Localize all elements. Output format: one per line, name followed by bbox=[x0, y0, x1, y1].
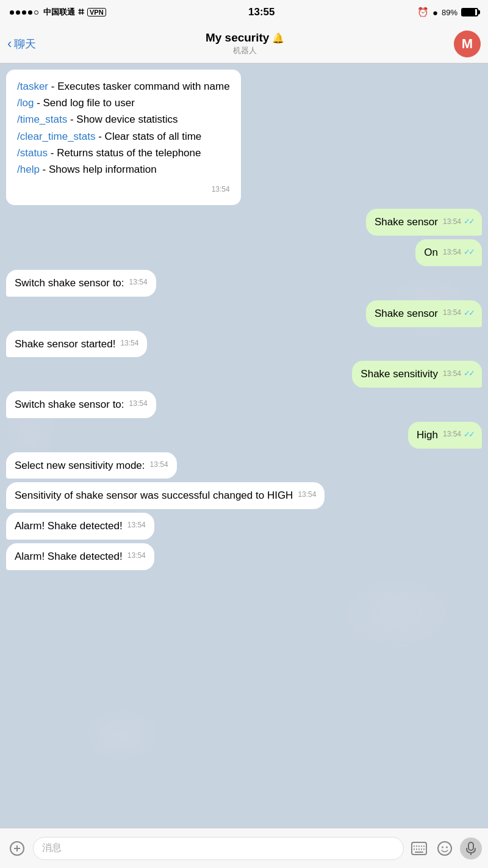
bubble-time: 13:54 bbox=[129, 400, 148, 407]
double-check-icon: ✓✓ bbox=[464, 430, 473, 438]
bubble-meta: 13:54 bbox=[298, 491, 316, 498]
bubble-incoming: Switch shake sensor to: 13:54 bbox=[6, 391, 156, 418]
bubble-meta: 13:54 bbox=[120, 339, 138, 347]
bubble-meta: 13:54 ✓✓ bbox=[443, 430, 473, 438]
bubble-outgoing: Shake sensor 13:54 ✓✓ bbox=[366, 300, 482, 327]
battery-percent: 89% bbox=[442, 8, 458, 17]
attach-button[interactable] bbox=[6, 837, 28, 859]
message-row: Alarm! Shake detected! 13:54 bbox=[6, 543, 482, 570]
signal-dots bbox=[10, 10, 38, 15]
battery-icon bbox=[461, 8, 478, 16]
bottom-bar: 消息 bbox=[0, 828, 488, 868]
status-bar: 中国联通 ⌗ VPN 13:55 ⏰ ● 89% bbox=[0, 0, 488, 24]
message-row: Sensitivity of shake sensor was successf… bbox=[6, 482, 482, 509]
double-check-icon: ✓✓ bbox=[464, 309, 473, 317]
input-placeholder: 消息 bbox=[42, 842, 62, 855]
bubble-time: 13:54 bbox=[443, 218, 461, 225]
avatar[interactable]: M bbox=[454, 31, 481, 57]
bubble-meta: 13:54 ✓✓ bbox=[443, 248, 473, 256]
location-icon: ● bbox=[432, 7, 438, 18]
bubble-commands: /tasker - Executes tasker command with n… bbox=[6, 70, 241, 205]
bubble-incoming: Shake sensor started! 13:54 bbox=[6, 331, 147, 358]
chat-title: My security 🔔 bbox=[206, 31, 285, 45]
cmd-log: /log - Send log file to user bbox=[17, 95, 230, 111]
bubble-meta: 13:54 ✓✓ bbox=[443, 369, 473, 377]
bubble-incoming: Select new sensitivity mode: 13:54 bbox=[6, 452, 177, 479]
svg-point-16 bbox=[442, 846, 443, 848]
message-row: Shake sensor 13:54 ✓✓ bbox=[6, 300, 482, 327]
nav-center: My security 🔔 机器人 bbox=[206, 31, 285, 56]
bubble-time: 13:54 bbox=[298, 491, 316, 498]
status-time: 13:55 bbox=[248, 6, 274, 18]
svg-point-15 bbox=[438, 842, 451, 855]
message-row: /tasker - Executes tasker command with n… bbox=[6, 70, 482, 205]
bubble-incoming: Alarm! Shake detected! 13:54 bbox=[6, 543, 154, 570]
message-row: On 13:54 ✓✓ bbox=[6, 239, 482, 266]
mic-button[interactable] bbox=[460, 837, 482, 859]
bubble-incoming: Switch shake sensor to: 13:54 bbox=[6, 270, 156, 297]
status-left: 中国联通 ⌗ VPN bbox=[10, 6, 106, 18]
message-row: Shake sensor started! 13:54 bbox=[6, 331, 482, 358]
bubble-outgoing: Shake sensor 13:54 ✓✓ bbox=[366, 209, 482, 236]
bubble-time: 13:54 bbox=[120, 339, 138, 347]
chat-area: /tasker - Executes tasker command with n… bbox=[0, 63, 488, 828]
message-row: Alarm! Shake detected! 13:54 bbox=[6, 513, 482, 540]
bubble-outgoing: Shake sensitivity 13:54 ✓✓ bbox=[352, 361, 482, 388]
wifi-icon: ⌗ bbox=[78, 6, 84, 18]
bubble-time: 13:54 bbox=[127, 552, 146, 559]
double-check-icon: ✓✓ bbox=[464, 248, 473, 256]
bubble-meta: 13:54 bbox=[129, 278, 148, 286]
back-button[interactable]: ‹ 聊天 bbox=[7, 36, 36, 52]
message-input[interactable]: 消息 bbox=[33, 837, 404, 860]
messages-container: /tasker - Executes tasker command with n… bbox=[6, 70, 482, 570]
cmd-clear-time-stats: /clear_time_stats - Clear stats of all t… bbox=[17, 128, 230, 145]
svg-rect-18 bbox=[468, 842, 473, 850]
bubble-time: 13:54 bbox=[443, 248, 461, 256]
svg-point-17 bbox=[446, 846, 448, 848]
bubble-meta: 13:54 ✓✓ bbox=[443, 217, 473, 225]
bottom-icons bbox=[409, 837, 482, 859]
message-row: High 13:54 ✓✓ bbox=[6, 422, 482, 449]
bubble-time: 13:54 bbox=[129, 278, 148, 286]
message-row: Switch shake sensor to: 13:54 bbox=[6, 391, 482, 418]
mute-icon: 🔔 bbox=[272, 32, 284, 44]
cmd-time-stats: /time_stats - Show device statistics bbox=[17, 111, 230, 128]
message-row: Switch shake sensor to: 13:54 bbox=[6, 270, 482, 297]
bubble-incoming: Alarm! Shake detected! 13:54 bbox=[6, 513, 154, 540]
carrier-label: 中国联通 bbox=[43, 7, 75, 18]
back-chevron-icon: ‹ bbox=[7, 36, 12, 52]
bubble-incoming: Sensitivity of shake sensor was successf… bbox=[6, 482, 325, 509]
status-right: ⏰ ● 89% bbox=[417, 7, 478, 18]
bubble-time: 13:54 bbox=[443, 309, 461, 316]
cmd-status: /status - Returns status of the telephon… bbox=[17, 145, 230, 161]
chat-subtitle: 机器人 bbox=[233, 45, 257, 56]
vpn-badge: VPN bbox=[87, 8, 106, 16]
cmd-help: /help - Shows help information bbox=[17, 161, 230, 178]
bubble-time: 13:54 bbox=[127, 521, 146, 529]
bubble-meta: 13:54 bbox=[150, 461, 168, 468]
bubble-time: 13:54 bbox=[212, 185, 230, 193]
sticker-icon[interactable] bbox=[434, 838, 455, 859]
bubble-time: 13:54 bbox=[443, 370, 461, 377]
double-check-icon: ✓✓ bbox=[464, 369, 473, 377]
bubble-outgoing: On 13:54 ✓✓ bbox=[415, 239, 482, 266]
bubble-meta: 13:54 bbox=[127, 552, 146, 559]
bubble-time: 13:54 bbox=[150, 461, 168, 468]
message-row: Select new sensitivity mode: 13:54 bbox=[6, 452, 482, 479]
message-row: Shake sensor 13:54 ✓✓ bbox=[6, 209, 482, 236]
bubble-time: 13:54 bbox=[443, 430, 461, 438]
double-check-icon: ✓✓ bbox=[464, 217, 473, 225]
nav-bar: ‹ 聊天 My security 🔔 机器人 M bbox=[0, 24, 488, 63]
back-label: 聊天 bbox=[14, 37, 36, 51]
keyboard-icon[interactable] bbox=[409, 838, 429, 859]
bubble-meta: 13:54 bbox=[129, 400, 148, 407]
alarm-icon: ⏰ bbox=[417, 7, 429, 18]
bubble-outgoing: High 13:54 ✓✓ bbox=[408, 422, 482, 449]
bubble-meta: 13:54 bbox=[127, 521, 146, 529]
message-row: Shake sensitivity 13:54 ✓✓ bbox=[6, 361, 482, 388]
cmd-tasker: /tasker - Executes tasker command with n… bbox=[17, 78, 230, 95]
bubble-meta: 13:54 ✓✓ bbox=[443, 309, 473, 317]
